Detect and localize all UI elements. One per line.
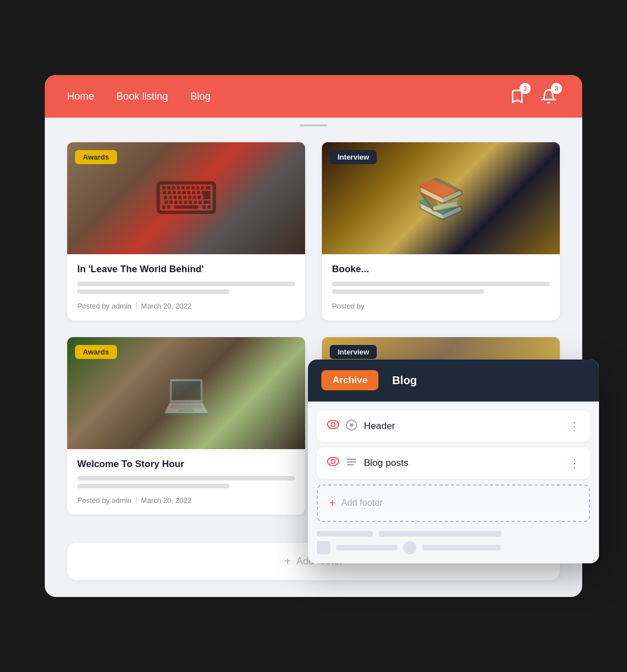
card-3-title: Welcome To Story Hour bbox=[77, 458, 295, 470]
section-left-blogposts: Blog posts bbox=[327, 457, 408, 469]
nav-links: Home Book listing Blog bbox=[67, 91, 210, 102]
nav-icons: 3 3 bbox=[506, 85, 560, 108]
ph-square bbox=[317, 541, 330, 554]
card-2-title: Booke... bbox=[332, 263, 550, 276]
svg-point-0 bbox=[327, 421, 339, 429]
card-3-image: Awards bbox=[67, 337, 305, 449]
three-dots-blogposts[interactable]: ⋮ bbox=[569, 456, 580, 470]
card-1-meta: Posted by admin March 20, 2022 bbox=[77, 302, 295, 310]
card-1-content: In 'Leave The World Behind' Posted by ad… bbox=[67, 254, 305, 320]
scroll-bar bbox=[300, 124, 327, 127]
card-3-date: March 20, 2022 bbox=[141, 496, 191, 505]
card-1-author: Posted by admin bbox=[77, 302, 132, 310]
card-3-meta: Posted by admin March 20, 2022 bbox=[77, 496, 295, 505]
archive-section-header: Header ⋮ bbox=[317, 410, 590, 442]
card-2-content: Booke... Posted by bbox=[322, 254, 560, 320]
card-1-category-badge: Awards bbox=[75, 150, 117, 164]
nav-header: Home Book listing Blog 3 3 bbox=[45, 75, 582, 118]
card-3-category-badge: Awards bbox=[75, 345, 117, 359]
line-full bbox=[332, 282, 550, 286]
card-3-author: Posted by admin bbox=[77, 496, 132, 505]
blog-card-3[interactable]: Awards Welcome To Story Hour Posted by a… bbox=[67, 337, 305, 515]
card-3-lines bbox=[77, 476, 295, 488]
archive-tab-active[interactable]: Archive bbox=[321, 370, 378, 390]
card-2-meta: Posted by bbox=[332, 302, 550, 310]
add-footer-plus-icon: + bbox=[284, 555, 291, 568]
ph-rect-4 bbox=[422, 545, 500, 550]
add-footer-dashed-plus-icon: + bbox=[329, 497, 336, 510]
placeholder-rows bbox=[317, 531, 590, 554]
scroll-indicator bbox=[45, 118, 582, 131]
bell-icon-btn[interactable]: 3 bbox=[537, 85, 560, 108]
add-footer-dashed[interactable]: + Add footer bbox=[317, 484, 590, 522]
svg-point-4 bbox=[327, 458, 339, 466]
svg-point-5 bbox=[331, 460, 335, 464]
archive-panel-header: Archive Blog bbox=[308, 360, 599, 402]
bookmark-icon-btn[interactable]: 3 bbox=[506, 85, 528, 108]
card-2-image: Interview bbox=[322, 142, 560, 254]
placeholder-row-1 bbox=[317, 531, 590, 536]
card-1-title: In 'Leave The World Behind' bbox=[77, 263, 295, 276]
card-2-author: Posted by bbox=[332, 302, 364, 310]
nav-link-blog[interactable]: Blog bbox=[190, 91, 210, 102]
blog-card-1[interactable]: Awards In 'Leave The World Behind' Poste… bbox=[67, 142, 305, 320]
archive-panel: Archive Blog bbox=[308, 360, 599, 563]
section-left-header: Header bbox=[327, 419, 395, 433]
eye-icon-header[interactable] bbox=[327, 420, 339, 432]
svg-point-3 bbox=[350, 423, 353, 427]
card-3-content: Welcome To Story Hour Posted by admin Ma… bbox=[67, 449, 305, 515]
card-1-image: Awards bbox=[67, 142, 305, 254]
section-name-blogposts: Blog posts bbox=[364, 458, 408, 469]
section-name-header: Header bbox=[364, 421, 395, 432]
ph-rect-1 bbox=[317, 531, 373, 536]
main-container: Home Book listing Blog 3 3 bbox=[45, 75, 582, 596]
three-dots-header[interactable]: ⋮ bbox=[569, 419, 580, 433]
ph-rect-2 bbox=[378, 531, 502, 536]
ph-avatar bbox=[403, 541, 417, 554]
meta-divider bbox=[136, 302, 137, 309]
line-short bbox=[77, 290, 230, 294]
archive-tab-inactive[interactable]: Blog bbox=[385, 370, 423, 391]
svg-point-1 bbox=[331, 423, 335, 427]
add-footer-dashed-label: Add footer bbox=[341, 498, 383, 508]
line-full bbox=[77, 476, 295, 480]
card-1-lines bbox=[77, 282, 295, 294]
ph-rect-3 bbox=[336, 545, 397, 550]
archive-panel-body: Header ⋮ bbox=[308, 402, 599, 563]
card-1-date: March 20, 2022 bbox=[141, 302, 191, 310]
nav-link-home[interactable]: Home bbox=[67, 91, 94, 102]
meta-divider bbox=[136, 497, 137, 503]
card-4-category-badge: Interview bbox=[330, 345, 377, 359]
section-icon-blogposts bbox=[346, 457, 357, 469]
placeholder-row-2 bbox=[317, 541, 590, 554]
card-2-category-badge: Interview bbox=[330, 150, 377, 164]
nav-link-book-listing[interactable]: Book listing bbox=[116, 91, 168, 102]
archive-section-blogposts: Blog posts ⋮ bbox=[317, 447, 590, 479]
card-2-lines bbox=[332, 282, 550, 294]
line-short bbox=[332, 290, 484, 294]
eye-icon-blogposts[interactable] bbox=[327, 457, 339, 469]
bookmark-badge: 3 bbox=[520, 83, 531, 94]
blog-card-2[interactable]: Interview Booke... Posted by bbox=[322, 142, 560, 320]
bell-badge: 3 bbox=[551, 83, 562, 94]
line-full bbox=[77, 282, 295, 286]
section-icon-header bbox=[346, 419, 357, 433]
line-short bbox=[77, 484, 230, 488]
